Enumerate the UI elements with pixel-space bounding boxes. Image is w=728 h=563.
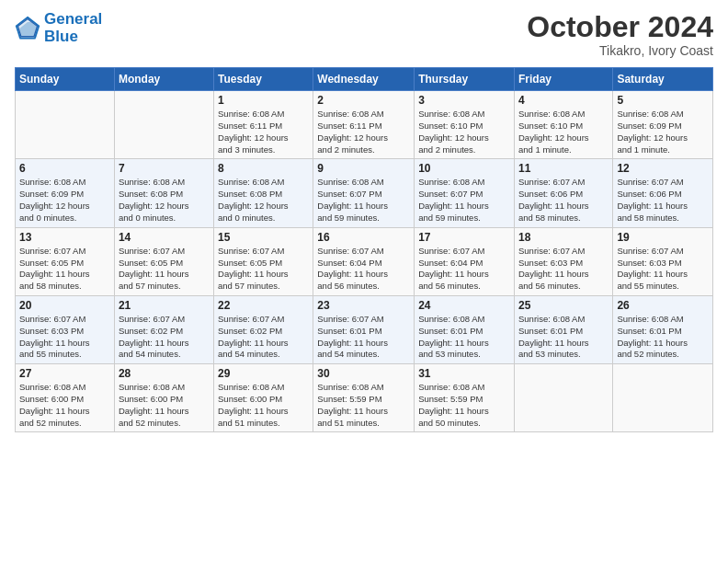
calendar-cell: 31Sunrise: 6:08 AM Sunset: 5:59 PM Dayli… <box>415 364 515 432</box>
day-info: Sunrise: 6:07 AM Sunset: 6:06 PM Dayligh… <box>617 177 709 224</box>
day-info: Sunrise: 6:07 AM Sunset: 6:05 PM Dayligh… <box>218 246 309 293</box>
calendar-cell: 26Sunrise: 6:08 AM Sunset: 6:01 PM Dayli… <box>613 295 713 363</box>
day-number: 28 <box>119 367 210 380</box>
day-info: Sunrise: 6:07 AM Sunset: 6:03 PM Dayligh… <box>617 246 709 293</box>
day-number: 5 <box>617 94 709 107</box>
logo-icon <box>15 16 40 41</box>
day-number: 23 <box>317 299 410 312</box>
day-number: 10 <box>418 162 510 175</box>
calendar-cell: 28Sunrise: 6:08 AM Sunset: 6:00 PM Dayli… <box>114 364 213 432</box>
calendar-week-row: 13Sunrise: 6:07 AM Sunset: 6:05 PM Dayli… <box>16 227 713 295</box>
calendar-cell: 29Sunrise: 6:08 AM Sunset: 6:00 PM Dayli… <box>214 364 313 432</box>
calendar-cell: 30Sunrise: 6:08 AM Sunset: 5:59 PM Dayli… <box>313 364 415 432</box>
calendar-cell: 13Sunrise: 6:07 AM Sunset: 6:05 PM Dayli… <box>16 227 115 295</box>
day-number: 30 <box>317 367 410 380</box>
page-subtitle: Tikakro, Ivory Coast <box>527 43 713 58</box>
logo-general: General <box>44 10 102 28</box>
day-info: Sunrise: 6:08 AM Sunset: 6:00 PM Dayligh… <box>19 382 110 429</box>
calendar-cell: 16Sunrise: 6:07 AM Sunset: 6:04 PM Dayli… <box>313 227 415 295</box>
day-info: Sunrise: 6:08 AM Sunset: 6:09 PM Dayligh… <box>617 109 709 155</box>
day-number: 14 <box>119 231 210 244</box>
calendar-cell: 22Sunrise: 6:07 AM Sunset: 6:02 PM Dayli… <box>214 295 313 363</box>
calendar-cell: 25Sunrise: 6:08 AM Sunset: 6:01 PM Dayli… <box>514 295 612 363</box>
day-number: 25 <box>518 299 609 312</box>
day-number: 4 <box>518 94 609 107</box>
day-number: 2 <box>317 94 410 107</box>
day-number: 8 <box>218 162 309 175</box>
calendar-week-row: 27Sunrise: 6:08 AM Sunset: 6:00 PM Dayli… <box>16 364 713 432</box>
calendar-table: SundayMondayTuesdayWednesdayThursdayFrid… <box>15 67 713 432</box>
calendar-cell: 1Sunrise: 6:08 AM Sunset: 6:11 PM Daylig… <box>214 91 313 159</box>
day-info: Sunrise: 6:08 AM Sunset: 6:08 PM Dayligh… <box>218 177 309 224</box>
day-info: Sunrise: 6:08 AM Sunset: 6:00 PM Dayligh… <box>119 382 210 429</box>
day-info: Sunrise: 6:08 AM Sunset: 6:08 PM Dayligh… <box>119 177 210 224</box>
calendar-cell: 8Sunrise: 6:08 AM Sunset: 6:08 PM Daylig… <box>214 159 313 227</box>
day-info: Sunrise: 6:07 AM Sunset: 6:05 PM Dayligh… <box>19 246 110 293</box>
day-info: Sunrise: 6:08 AM Sunset: 6:10 PM Dayligh… <box>518 109 609 155</box>
day-number: 17 <box>418 231 510 244</box>
day-info: Sunrise: 6:08 AM Sunset: 6:00 PM Dayligh… <box>218 382 309 429</box>
day-number: 3 <box>418 94 510 107</box>
day-number: 22 <box>218 299 309 312</box>
day-info: Sunrise: 6:07 AM Sunset: 6:03 PM Dayligh… <box>19 314 110 361</box>
day-number: 24 <box>418 299 510 312</box>
calendar-cell: 19Sunrise: 6:07 AM Sunset: 6:03 PM Dayli… <box>613 227 713 295</box>
calendar-cell: 15Sunrise: 6:07 AM Sunset: 6:05 PM Dayli… <box>214 227 313 295</box>
calendar-cell: 6Sunrise: 6:08 AM Sunset: 6:09 PM Daylig… <box>16 159 115 227</box>
day-number: 7 <box>119 162 210 175</box>
day-info: Sunrise: 6:07 AM Sunset: 6:04 PM Dayligh… <box>317 246 410 293</box>
calendar-cell: 3Sunrise: 6:08 AM Sunset: 6:10 PM Daylig… <box>415 91 515 159</box>
day-info: Sunrise: 6:07 AM Sunset: 6:02 PM Dayligh… <box>218 314 309 361</box>
day-info: Sunrise: 6:08 AM Sunset: 6:09 PM Dayligh… <box>19 177 110 224</box>
day-info: Sunrise: 6:08 AM Sunset: 6:01 PM Dayligh… <box>418 314 510 361</box>
calendar-cell: 10Sunrise: 6:08 AM Sunset: 6:07 PM Dayli… <box>415 159 515 227</box>
weekday-header: Monday <box>114 68 213 91</box>
calendar-week-row: 20Sunrise: 6:07 AM Sunset: 6:03 PM Dayli… <box>16 295 713 363</box>
calendar-cell: 20Sunrise: 6:07 AM Sunset: 6:03 PM Dayli… <box>16 295 115 363</box>
calendar-cell: 14Sunrise: 6:07 AM Sunset: 6:05 PM Dayli… <box>114 227 213 295</box>
calendar-cell: 9Sunrise: 6:08 AM Sunset: 6:07 PM Daylig… <box>313 159 415 227</box>
calendar-week-row: 1Sunrise: 6:08 AM Sunset: 6:11 PM Daylig… <box>16 91 713 159</box>
weekday-header: Sunday <box>16 68 115 91</box>
day-info: Sunrise: 6:07 AM Sunset: 6:06 PM Dayligh… <box>518 177 609 224</box>
day-info: Sunrise: 6:08 AM Sunset: 6:11 PM Dayligh… <box>218 109 309 155</box>
day-number: 12 <box>617 162 709 175</box>
day-info: Sunrise: 6:07 AM Sunset: 6:05 PM Dayligh… <box>119 246 210 293</box>
day-number: 16 <box>317 231 410 244</box>
day-info: Sunrise: 6:08 AM Sunset: 6:10 PM Dayligh… <box>418 109 510 155</box>
weekday-header: Wednesday <box>313 68 415 91</box>
calendar-cell: 11Sunrise: 6:07 AM Sunset: 6:06 PM Dayli… <box>514 159 612 227</box>
day-info: Sunrise: 6:07 AM Sunset: 6:03 PM Dayligh… <box>518 246 609 293</box>
calendar-cell: 24Sunrise: 6:08 AM Sunset: 6:01 PM Dayli… <box>415 295 515 363</box>
day-number: 20 <box>19 299 110 312</box>
day-number: 29 <box>218 367 309 380</box>
calendar-cell <box>114 91 213 159</box>
day-number: 11 <box>518 162 609 175</box>
weekday-header: Thursday <box>415 68 515 91</box>
day-info: Sunrise: 6:08 AM Sunset: 6:07 PM Dayligh… <box>418 177 510 224</box>
day-info: Sunrise: 6:08 AM Sunset: 6:01 PM Dayligh… <box>518 314 609 361</box>
weekday-header: Saturday <box>613 68 713 91</box>
calendar-cell <box>16 91 115 159</box>
logo-text: General Blue <box>44 11 102 45</box>
weekday-header: Tuesday <box>214 68 313 91</box>
day-number: 21 <box>119 299 210 312</box>
header: General Blue October 2024 Tikakro, Ivory… <box>15 11 713 58</box>
calendar-cell: 27Sunrise: 6:08 AM Sunset: 6:00 PM Dayli… <box>16 364 115 432</box>
day-number: 31 <box>418 367 510 380</box>
weekday-header: Friday <box>514 68 612 91</box>
day-number: 26 <box>617 299 709 312</box>
calendar-cell: 12Sunrise: 6:07 AM Sunset: 6:06 PM Dayli… <box>613 159 713 227</box>
page-title: October 2024 <box>527 11 713 43</box>
calendar-cell: 18Sunrise: 6:07 AM Sunset: 6:03 PM Dayli… <box>514 227 612 295</box>
logo-blue: Blue <box>44 29 102 46</box>
day-info: Sunrise: 6:08 AM Sunset: 6:11 PM Dayligh… <box>317 109 410 155</box>
day-info: Sunrise: 6:07 AM Sunset: 6:01 PM Dayligh… <box>317 314 410 361</box>
day-info: Sunrise: 6:08 AM Sunset: 5:59 PM Dayligh… <box>418 382 510 429</box>
logo: General Blue <box>15 11 102 45</box>
title-block: October 2024 Tikakro, Ivory Coast <box>527 11 713 58</box>
day-number: 27 <box>19 367 110 380</box>
day-number: 19 <box>617 231 709 244</box>
calendar-cell: 17Sunrise: 6:07 AM Sunset: 6:04 PM Dayli… <box>415 227 515 295</box>
calendar-cell: 4Sunrise: 6:08 AM Sunset: 6:10 PM Daylig… <box>514 91 612 159</box>
